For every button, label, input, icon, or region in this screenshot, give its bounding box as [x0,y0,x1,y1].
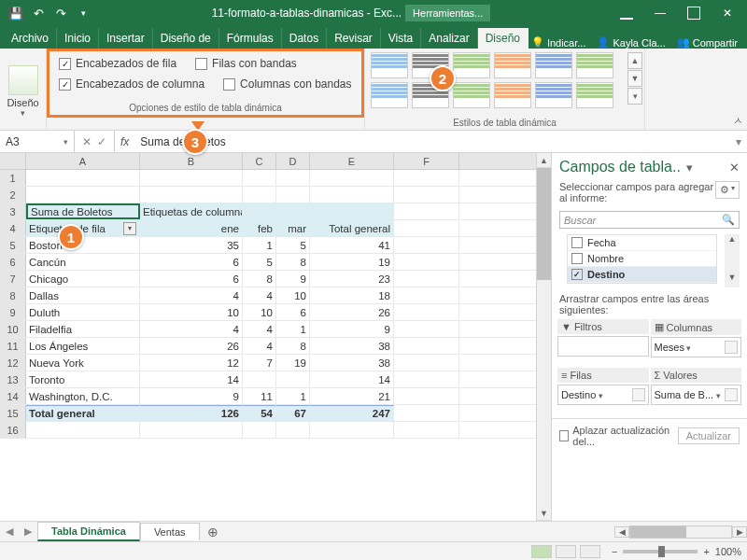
pivot-row-label[interactable]: Los Ángeles [26,338,140,354]
tab-formulas[interactable]: Fórmulas [219,28,282,49]
pivot-row-label[interactable]: Toronto [26,371,140,387]
style-thumb[interactable] [494,52,531,78]
share-button[interactable]: Compartir [677,36,738,49]
style-thumb[interactable] [576,82,613,108]
gallery-up-icon[interactable]: ▲ [627,52,642,69]
row-header[interactable]: 16 [0,422,26,438]
pivot-row-label[interactable]: Nueva York [26,355,140,371]
tab-datos[interactable]: Datos [282,28,327,49]
col-header[interactable]: E [310,153,394,169]
row-header[interactable]: 2 [0,187,26,203]
col-header[interactable]: D [276,153,310,169]
tab-inicio[interactable]: Inicio [57,28,99,49]
account-user[interactable]: Kayla Cla... [597,36,665,49]
update-button[interactable]: Actualizar [678,427,740,444]
filters-area[interactable]: ▼Filtros [557,319,649,366]
style-thumb[interactable] [535,82,572,108]
worksheet[interactable]: A B C D E F 123Suma de BoletosEtiquetas … [0,153,536,521]
move-icon[interactable] [725,341,738,354]
pane-close-icon[interactable]: ✕ [729,161,740,175]
pivot-col-labels[interactable]: Etiquetas de columna▾ [140,203,243,219]
style-thumb[interactable] [576,52,613,78]
tab-vista[interactable]: Vista [381,28,421,49]
zoom-slider[interactable] [623,550,698,553]
tab-diseno-pagina[interactable]: Diseño de [153,28,219,49]
zoom-in-icon[interactable]: + [703,546,709,557]
row-header[interactable]: 12 [0,355,26,371]
layout-dropdown[interactable]: Diseño ▾ [0,49,47,130]
normal-view-icon[interactable] [531,545,552,558]
sheet-tab[interactable]: Ventas [140,523,200,540]
expand-formula-icon[interactable]: ▾ [730,135,747,148]
sheet-nav-right-icon[interactable]: ▶ [19,525,37,538]
tab-analizar[interactable]: Analizar [421,28,477,49]
style-thumb[interactable] [453,52,490,78]
row-header[interactable]: 1 [0,170,26,186]
name-box[interactable]: A3 [0,131,75,152]
styles-gallery[interactable]: ▲ ▼ ▾ Estilos de tabla dinámica [365,49,645,130]
close-icon[interactable]: ✕ [712,2,743,24]
redo-icon[interactable]: ↷ [52,5,69,21]
vertical-scrollbar[interactable]: ▲ ▼ [536,153,551,521]
tab-revisar[interactable]: Revisar [327,28,381,49]
cancel-formula-icon[interactable]: ✕ [82,135,92,148]
page-break-view-icon[interactable] [580,545,600,558]
style-thumb[interactable] [371,52,408,78]
pivot-row-label[interactable]: Filadelfia [26,321,140,337]
scroll-up-icon[interactable]: ▲ [537,153,551,168]
gallery-more-icon[interactable]: ▾ [627,88,642,105]
add-sheet-icon[interactable]: ⊕ [200,525,226,539]
row-headers-checkbox[interactable]: ✓Encabezados de fila [59,57,176,70]
row-header[interactable]: 11 [0,338,26,354]
col-header[interactable]: A [26,153,140,169]
tab-archivo[interactable]: Archivo [4,28,57,49]
enter-formula-icon[interactable]: ✓ [97,135,106,148]
scroll-down-icon[interactable]: ▼ [537,506,551,521]
undo-icon[interactable]: ↶ [30,5,47,21]
zoom-level[interactable]: 100% [715,546,741,557]
field-row[interactable]: ✓Destino [568,267,716,283]
tell-me[interactable]: Indicar... [531,36,586,49]
style-thumb[interactable] [453,82,490,108]
col-header[interactable]: B [140,153,243,169]
page-layout-view-icon[interactable] [556,545,576,558]
pane-menu-icon[interactable]: ▾ [686,161,693,175]
defer-checkbox[interactable] [559,430,569,441]
qat-dropdown-icon[interactable]: ▾ [75,5,92,21]
banded-cols-checkbox[interactable]: Columnas con bandas [223,77,351,91]
tab-insertar[interactable]: Insertar [99,28,153,49]
field-row[interactable]: Nombre [568,251,716,267]
rows-area[interactable]: ≡Filas Destino [557,368,649,414]
values-area[interactable]: ΣValores Suma de B... [651,368,742,414]
gallery-down-icon[interactable]: ▼ [627,70,642,87]
move-icon[interactable] [632,388,645,401]
row-header[interactable]: 5 [0,237,26,253]
pivot-corner[interactable]: Suma de Boletos [26,203,140,219]
grand-total-row[interactable]: Total general [26,405,140,421]
columns-area[interactable]: ▦Columnas Meses [651,319,742,366]
sheet-tab-active[interactable]: Tabla Dinámica [37,522,140,541]
row-header[interactable]: 14 [0,388,26,404]
save-icon[interactable]: 💾 [7,5,24,21]
pivot-row-label[interactable]: Cancún [26,254,140,270]
pivot-row-label[interactable]: Duluth [26,304,140,320]
row-header[interactable]: 6 [0,254,26,270]
scroll-thumb[interactable] [537,168,551,280]
formula-input[interactable]: Suma de Boletos [134,135,730,148]
field-search[interactable]: Buscar🔍 [559,211,740,229]
zoom-out-icon[interactable]: − [612,546,617,557]
filter-icon[interactable]: ▾ [123,222,136,235]
row-header[interactable]: 9 [0,304,26,320]
banded-rows-checkbox[interactable]: Filas con bandas [195,57,297,70]
sheet-nav-left-icon[interactable]: ◀ [0,525,19,538]
move-icon[interactable] [725,388,738,401]
tab-diseno[interactable]: Diseño [478,28,529,49]
style-thumb[interactable] [371,82,408,108]
style-thumb[interactable] [494,82,531,108]
col-header[interactable]: C [243,153,276,169]
pivot-row-label[interactable]: Chicago [26,271,140,287]
row-header[interactable]: 8 [0,287,26,303]
row-header[interactable]: 3 [0,203,26,219]
select-all-corner[interactable] [0,153,26,169]
style-thumb[interactable] [535,52,572,78]
